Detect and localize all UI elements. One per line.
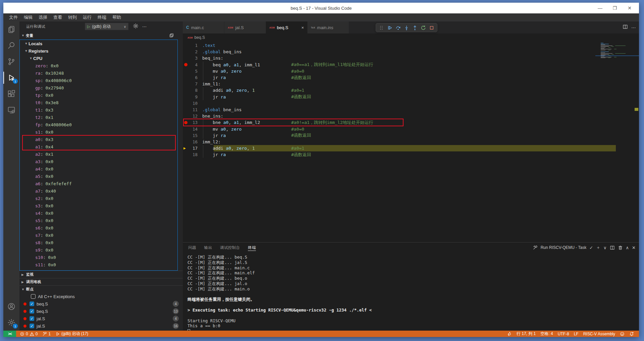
menu-item-0[interactable]: 文件 (6, 13, 21, 21)
activity-account-icon[interactable] (3, 298, 19, 315)
register-tp[interactable]: tp:0x0 (20, 91, 177, 99)
breakpoint-checkbox[interactable]: ✓ (30, 301, 34, 306)
panel-tab-问题[interactable]: 问题 (188, 243, 196, 253)
flame-indicator[interactable] (505, 331, 514, 337)
gutter[interactable]: 7 (183, 81, 202, 87)
activity-explorer-icon[interactable] (3, 21, 19, 38)
register-s2[interactable]: s2:0x0 (20, 195, 177, 202)
gutter[interactable]: 8 (183, 87, 202, 93)
step-out-button[interactable] (411, 24, 419, 31)
register-s6[interactable]: s6:0x0 (20, 224, 177, 231)
register-sp[interactable]: sp:0x408006c0 (20, 77, 177, 84)
breakpoint-row-0[interactable]: ✓beq.S4 (19, 300, 183, 308)
register-a3[interactable]: a3:0x0 (20, 158, 177, 165)
remote-indicator[interactable]: >< (3, 331, 16, 337)
tab-beq.S[interactable]: ASMbeq.S× (266, 21, 307, 33)
menu-item-7[interactable]: 帮助 (109, 13, 124, 21)
tools-icon[interactable] (533, 245, 538, 250)
panel-tab-调试控制台[interactable]: 调试控制台 (220, 243, 240, 253)
register-t2[interactable]: t2:0x1 (20, 114, 177, 121)
register-s9[interactable]: s9:0x0 (20, 246, 177, 254)
step-over-button[interactable] (394, 24, 402, 31)
launch-config-dropdown[interactable]: ▷ (gdb) 启动 ∨ (85, 23, 128, 30)
gutter[interactable]: 1 (183, 42, 202, 49)
breakpoint-row-1[interactable]: ✓beq.S13 (19, 308, 183, 315)
minimap[interactable] (601, 43, 632, 59)
tab-jal.S[interactable]: ASMjal.S (224, 21, 266, 33)
menu-item-2[interactable]: 选择 (36, 13, 50, 21)
exceptions-row[interactable]: All C++ Exceptions (19, 293, 183, 300)
debug-session-indicator[interactable]: (gdb) 启动 (17) (53, 331, 91, 337)
breakpoint-row-3[interactable]: ✓jal.S16 (19, 322, 183, 330)
breakpoint-checkbox[interactable]: ✓ (30, 324, 34, 328)
gutter[interactable]: 18 (183, 151, 202, 158)
register-a0[interactable]: a0:0x3 (20, 136, 177, 143)
chevron-down-icon[interactable]: ∨ (603, 245, 607, 250)
gutter[interactable]: 9 (183, 94, 202, 100)
drag-handle-button[interactable] (378, 24, 385, 31)
activity-run-debug-icon[interactable]: 1 (3, 70, 19, 86)
step-into-button[interactable] (403, 24, 410, 31)
tree-item-locals[interactable]: ▼Locals (20, 40, 177, 47)
breakpoint-row-2[interactable]: ✓jal.S4 (19, 315, 183, 322)
register-fp[interactable]: fp:0x408006e0 (20, 121, 177, 128)
cursor-position[interactable]: 行 17, 列 1 (514, 331, 538, 337)
gutter[interactable]: 15 (183, 132, 202, 139)
register-s8[interactable]: s8:0x0 (20, 239, 177, 246)
trash-icon[interactable] (618, 245, 623, 250)
register-a7[interactable]: a7:0x40 (20, 187, 177, 195)
close-panel-icon[interactable]: ✕ (632, 245, 636, 250)
exceptions-checkbox[interactable] (31, 294, 36, 299)
register-t1[interactable]: t1:0x3 (20, 106, 177, 114)
restart-button[interactable] (420, 24, 427, 31)
breadcrumb[interactable]: ASM beq.S (183, 33, 639, 42)
register-s10[interactable]: s10:0x0 (20, 254, 177, 261)
split-panel-icon[interactable] (610, 245, 615, 250)
close-icon[interactable]: × (301, 25, 304, 30)
menu-item-6[interactable]: 终端 (95, 13, 109, 21)
menu-item-1[interactable]: 编辑 (21, 13, 36, 21)
panel-tab-终端[interactable]: 终端 (248, 243, 256, 253)
new-terminal-icon[interactable]: ＋ (596, 245, 600, 251)
register-a1[interactable]: a1:0x4 (20, 143, 177, 150)
eol[interactable]: LF (572, 331, 581, 337)
menu-item-4[interactable]: 转到 (65, 13, 80, 21)
call-stack-section-header[interactable]: ▶ 调用堆栈 (19, 278, 183, 285)
gutter[interactable]: 3 (183, 55, 202, 61)
tree-item-cpu[interactable]: ▼CPU (20, 55, 177, 62)
breakpoints-section-header[interactable]: ▼ 断点 (19, 285, 183, 293)
tree-item-registers[interactable]: ▼Registers (20, 47, 177, 55)
more-actions-icon[interactable]: ⋯ (142, 24, 147, 29)
gutter[interactable]: 11 (183, 107, 202, 113)
menu-item-3[interactable]: 查看 (50, 13, 65, 21)
menu-item-5[interactable]: 运行 (80, 13, 95, 21)
stop-button[interactable] (428, 24, 435, 31)
split-editor-icon[interactable] (623, 24, 628, 31)
maximize-button[interactable]: ❐ (607, 3, 622, 13)
more-actions-icon[interactable]: ⋯ (631, 25, 636, 30)
register-gp[interactable]: gp:0x27940 (20, 84, 177, 91)
tab-main.ins[interactable]: TeXmain.ins (308, 21, 349, 33)
maximize-panel-icon[interactable]: ∧ (626, 245, 629, 250)
watch-section-header[interactable]: ▶ 监视 (19, 271, 183, 278)
minimize-button[interactable]: — (593, 3, 607, 13)
register-t3[interactable]: t3:0x0 (20, 268, 177, 271)
register-a4[interactable]: a4:0x0 (20, 165, 177, 173)
gear-icon[interactable] (133, 23, 139, 30)
register-a6[interactable]: a6:0xfefefeff (20, 180, 177, 187)
activity-settings-gear-icon[interactable]: 1 (3, 315, 19, 331)
activity-extensions-icon[interactable] (3, 86, 19, 102)
register-s4[interactable]: s4:0x0 (20, 209, 177, 217)
gutter[interactable]: ▶17 (183, 145, 202, 151)
activity-source-control-icon[interactable] (3, 54, 19, 70)
register-a2[interactable]: a2:0x1 (20, 150, 177, 158)
close-button[interactable]: ✕ (622, 3, 637, 13)
variables-section-header[interactable]: ▼ 变量 (19, 31, 183, 40)
tab-main.c[interactable]: Cmain.c (183, 21, 224, 33)
register-s5[interactable]: s5:0x0 (20, 217, 177, 224)
register-s11[interactable]: s11:0x0 (20, 261, 177, 268)
breakpoint-dot-icon[interactable] (184, 121, 187, 124)
panel-tab-输出[interactable]: 输出 (204, 243, 212, 253)
code-editor[interactable]: ASM beq.S 1.text2.global beq_ins3beq_ins… (183, 33, 639, 242)
breakpoint-checkbox[interactable]: ✓ (30, 309, 34, 314)
